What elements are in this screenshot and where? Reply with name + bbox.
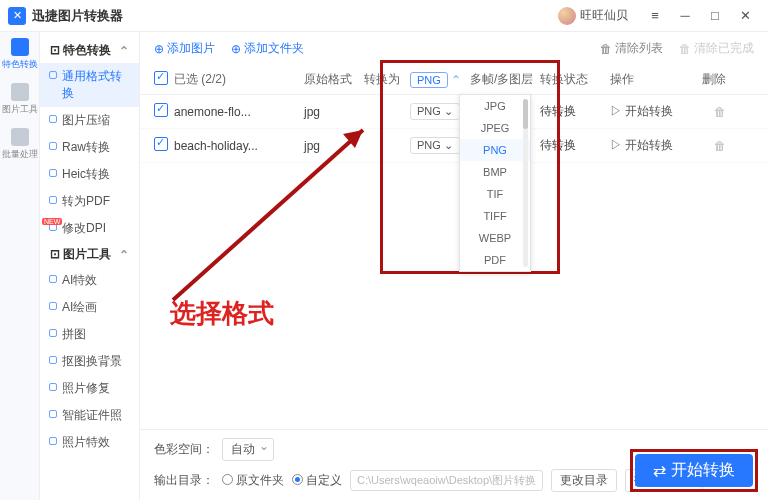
toolbar: ⊕ 添加图片 ⊕ 添加文件夹 🗑 清除列表 🗑 清除已完成 (140, 32, 768, 65)
start-convert-button[interactable]: ⇄ 开始转换 (635, 454, 753, 487)
sidebar-item[interactable]: 照片修复 (40, 375, 139, 402)
col-op: 操作 (610, 71, 690, 88)
convert-format-select[interactable]: PNG (410, 72, 448, 88)
outdir-path[interactable]: C:\Users\wqeaoiw\Desktop\图片转换 (350, 470, 543, 491)
app-logo-icon: ✕ (8, 7, 26, 25)
rail-icon (11, 38, 29, 56)
sidebar-item[interactable]: 抠图换背景 (40, 348, 139, 375)
file-name: beach-holiday... (174, 139, 304, 153)
row-format-select[interactable]: PNG ⌄ (410, 103, 460, 120)
colorspace-select[interactable]: 自动 (222, 438, 274, 461)
username: 旺旺仙贝 (580, 7, 628, 24)
row-checkbox[interactable] (154, 103, 168, 117)
bullet-icon (49, 275, 57, 283)
dropdown-option[interactable]: PNG (460, 139, 530, 161)
dropdown-option[interactable]: BMP (460, 161, 530, 183)
sidebar-group[interactable]: ⊡ 特色转换 ⌃ (40, 38, 139, 63)
avatar-icon (558, 7, 576, 25)
bullet-icon (49, 356, 57, 364)
delete-icon[interactable]: 🗑 (714, 139, 726, 153)
row-checkbox[interactable] (154, 137, 168, 151)
bullet-icon (49, 410, 57, 418)
dropdown-option[interactable]: JPG (460, 95, 530, 117)
add-image-button[interactable]: ⊕ 添加图片 (154, 40, 215, 57)
file-name: anemone-flo... (174, 105, 304, 119)
main-area: ⊕ 添加图片 ⊕ 添加文件夹 🗑 清除列表 🗑 清除已完成 已选 (2/2) 原… (140, 32, 768, 500)
sidebar-item[interactable]: 通用格式转换 (40, 63, 139, 107)
annotation-cta-box: ⇄ 开始转换 (630, 449, 758, 492)
rail-item[interactable]: 图片工具 (0, 83, 39, 116)
dropdown-option[interactable]: TIFF (460, 205, 530, 227)
bullet-icon (49, 437, 57, 445)
sidebar-item[interactable]: 转为PDF (40, 188, 139, 215)
orig-format: jpg (304, 139, 364, 153)
sidebar-item[interactable]: AI绘画 (40, 294, 139, 321)
col-conv: 转换为 (364, 71, 410, 88)
bullet-icon (49, 142, 57, 150)
start-row-button[interactable]: ▷ 开始转换 (610, 137, 690, 154)
bullet-icon (49, 115, 57, 123)
rail-item[interactable]: 特色转换 (0, 38, 39, 71)
orig-format: jpg (304, 105, 364, 119)
rail-item[interactable]: 批量处理 (0, 128, 39, 161)
format-dropdown[interactable]: JPGJPEGPNGBMPTIFTIFFWEBPPDF (459, 94, 531, 272)
col-del: 删除 (690, 71, 726, 88)
dropdown-option[interactable]: JPEG (460, 117, 530, 139)
outdir-label: 输出目录： (154, 472, 214, 489)
colorspace-label: 色彩空间： (154, 441, 214, 458)
new-badge: NEW (42, 218, 62, 225)
minimize-button[interactable]: ─ (670, 4, 700, 28)
outdir-custom-radio[interactable]: 自定义 (292, 472, 342, 489)
sidebar-item[interactable]: 照片特效 (40, 429, 139, 456)
rail-icon (11, 83, 29, 101)
user-area[interactable]: 旺旺仙贝 (558, 7, 628, 25)
select-all-checkbox[interactable] (154, 71, 168, 85)
sidebar-item[interactable]: NEW修改DPI (40, 215, 139, 242)
sidebar-item[interactable]: Heic转换 (40, 161, 139, 188)
menu-icon[interactable]: ≡ (640, 4, 670, 28)
bullet-icon (49, 329, 57, 337)
rail-icon (11, 128, 29, 146)
col-multi: 多帧/多图层 (470, 71, 540, 88)
sidebar-item[interactable]: 图片压缩 (40, 107, 139, 134)
convert-status: 待转换 (540, 137, 610, 154)
app-title: 迅捷图片转换器 (32, 7, 123, 25)
row-format-select[interactable]: PNG ⌄ (410, 137, 460, 154)
add-folder-button[interactable]: ⊕ 添加文件夹 (231, 40, 304, 57)
col-orig: 原始格式 (304, 71, 364, 88)
convert-status: 待转换 (540, 103, 610, 120)
maximize-button[interactable]: □ (700, 4, 730, 28)
table-header: 已选 (2/2) 原始格式 转换为 PNG ⌃ 多帧/多图层 转换状态 操作 删… (140, 65, 768, 95)
clear-list-button[interactable]: 🗑 清除列表 (600, 40, 663, 57)
dropdown-scrollbar[interactable] (523, 99, 528, 267)
sidebar-item[interactable]: Raw转换 (40, 134, 139, 161)
clear-done-button[interactable]: 🗑 清除已完成 (679, 40, 754, 57)
col-selected: 已选 (2/2) (174, 71, 304, 88)
bullet-icon (49, 169, 57, 177)
start-row-button[interactable]: ▷ 开始转换 (610, 103, 690, 120)
table-row: anemone-flo...jpgPNG ⌄待转换▷ 开始转换🗑 (140, 95, 768, 129)
sidebar-item[interactable]: 拼图 (40, 321, 139, 348)
table-row: beach-holiday...jpgPNG ⌄待转换▷ 开始转换🗑 (140, 129, 768, 163)
col-status: 转换状态 (540, 71, 610, 88)
sidebar: ⊡ 特色转换 ⌃通用格式转换图片压缩Raw转换Heic转换转为PDFNEW修改D… (40, 32, 140, 500)
change-dir-button[interactable]: 更改目录 (551, 469, 617, 492)
close-button[interactable]: ✕ (730, 4, 760, 28)
sidebar-item[interactable]: AI特效 (40, 267, 139, 294)
dropdown-option[interactable]: WEBP (460, 227, 530, 249)
sidebar-item[interactable]: 智能证件照 (40, 402, 139, 429)
outdir-src-radio[interactable]: 原文件夹 (222, 472, 284, 489)
dropdown-option[interactable]: TIF (460, 183, 530, 205)
delete-icon[interactable]: 🗑 (714, 105, 726, 119)
sidebar-group[interactable]: ⊡ 图片工具 ⌃ (40, 242, 139, 267)
dropdown-option[interactable]: PDF (460, 249, 530, 271)
bullet-icon (49, 71, 57, 79)
left-rail: 特色转换图片工具批量处理 (0, 32, 40, 500)
bullet-icon (49, 383, 57, 391)
titlebar: ✕ 迅捷图片转换器 旺旺仙贝 ≡ ─ □ ✕ (0, 0, 768, 32)
bullet-icon (49, 196, 57, 204)
bullet-icon (49, 302, 57, 310)
